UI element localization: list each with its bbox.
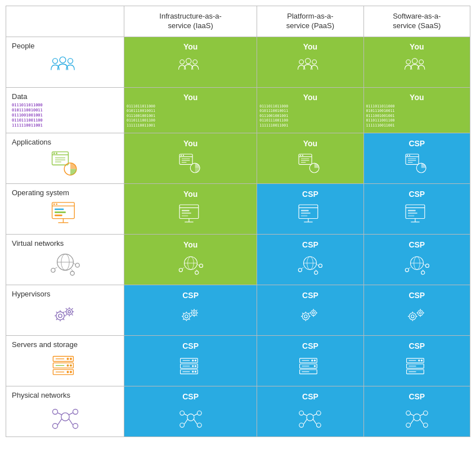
svg-point-238 — [299, 423, 304, 428]
svg-point-204 — [312, 359, 313, 361]
hypervisors-icon-paas — [297, 303, 323, 329]
svg-line-147 — [196, 315, 197, 316]
svg-point-184 — [67, 371, 69, 373]
svg-point-171 — [419, 312, 421, 314]
row-physical-net: Physical networks — [6, 386, 470, 437]
svg-point-23 — [182, 155, 183, 156]
servers-icon-label — [50, 351, 80, 381]
svg-point-182 — [67, 365, 69, 367]
svg-point-9 — [406, 60, 411, 64]
people-icon-saas — [404, 55, 430, 80]
svg-point-105 — [421, 271, 424, 274]
label-data: Data 01110110110000101110010011011100100… — [6, 87, 124, 133]
cell-hypervisors-saas: CSP — [363, 285, 470, 336]
svg-point-79 — [75, 263, 79, 267]
svg-line-241 — [313, 414, 317, 416]
svg-point-237 — [317, 411, 321, 415]
svg-line-223 — [69, 413, 73, 415]
cell-os-saas: CSP — [363, 184, 470, 235]
cell-servers-saas: CSP — [363, 336, 470, 386]
svg-line-233 — [184, 419, 187, 424]
svg-point-141 — [193, 312, 195, 314]
physical-net-icon-saas — [404, 404, 430, 430]
cell-data-iaas: You 011101101100001011100100110111001001… — [124, 87, 257, 133]
svg-rect-56 — [182, 213, 191, 214]
svg-point-217 — [61, 413, 69, 421]
cell-physical-net-saas: CSP — [363, 386, 470, 437]
svg-point-239 — [317, 423, 321, 428]
svg-point-120 — [66, 309, 72, 315]
svg-point-8 — [312, 60, 317, 64]
os-icon-saas — [404, 202, 430, 228]
svg-line-138 — [188, 313, 190, 314]
svg-line-231 — [184, 414, 187, 416]
row-vnet: Virtual networks — [6, 235, 470, 285]
svg-line-234 — [194, 419, 197, 424]
svg-point-221 — [73, 424, 78, 429]
physical-net-icon-paas — [297, 404, 323, 430]
svg-point-212 — [421, 359, 422, 361]
header-saas: Software-as-a-service (SaaS) — [363, 6, 470, 37]
svg-point-203 — [315, 359, 316, 361]
os-icon-label — [50, 199, 80, 230]
svg-rect-64 — [301, 215, 308, 216]
svg-point-0 — [52, 58, 57, 64]
svg-rect-44 — [52, 202, 74, 219]
svg-rect-69 — [408, 210, 416, 211]
svg-line-117 — [62, 319, 64, 320]
svg-point-236 — [299, 411, 304, 415]
label-applications: Applications — [6, 133, 124, 184]
svg-point-11 — [419, 60, 424, 64]
row-servers: Servers and storage — [6, 336, 470, 386]
svg-point-88 — [199, 264, 203, 267]
cell-vnet-paas: CSP — [257, 235, 363, 285]
svg-point-164 — [409, 313, 416, 320]
svg-point-248 — [423, 423, 428, 428]
svg-line-249 — [410, 414, 414, 416]
cell-data-paas: You 011101101100001011100100110111001001… — [257, 87, 363, 133]
people-icon-paas — [297, 55, 323, 80]
svg-line-118 — [62, 312, 64, 313]
svg-point-159 — [313, 312, 315, 314]
svg-rect-57 — [182, 215, 188, 216]
header-iaas: Infrastructure-as-a-service (IaaS) — [124, 6, 257, 37]
svg-point-77 — [51, 268, 55, 272]
cell-vnet-iaas: You — [124, 235, 257, 285]
svg-line-252 — [420, 419, 423, 424]
label-vnet: Virtual networks — [6, 235, 124, 285]
row-people: People — [6, 37, 470, 87]
svg-rect-50 — [55, 215, 62, 217]
svg-point-15 — [56, 152, 57, 154]
header-paas: Platform-as-a-service (PaaS) — [257, 6, 363, 37]
svg-point-165 — [411, 314, 414, 317]
hypervisors-icon-iaas — [178, 303, 204, 329]
svg-point-246 — [423, 411, 428, 415]
svg-line-232 — [194, 414, 197, 416]
cell-data-saas: You 011101101100001011100100110111001001… — [363, 87, 470, 133]
svg-point-2 — [68, 58, 73, 64]
svg-rect-60 — [299, 205, 318, 219]
svg-point-158 — [311, 310, 316, 315]
svg-line-89 — [182, 267, 184, 268]
svg-point-170 — [417, 310, 423, 315]
cell-physical-net-paas: CSP — [257, 386, 363, 437]
vnet-icon-iaas — [178, 253, 204, 278]
row-applications: Applications — [6, 133, 470, 184]
svg-line-224 — [57, 419, 61, 425]
cell-os-iaas: You — [124, 184, 257, 235]
svg-point-195 — [195, 371, 196, 372]
svg-point-4 — [186, 58, 191, 64]
physical-net-icon-iaas — [178, 404, 204, 430]
svg-line-119 — [56, 319, 57, 320]
svg-point-7 — [306, 58, 311, 64]
svg-rect-53 — [179, 205, 199, 219]
svg-line-128 — [71, 308, 73, 309]
svg-point-228 — [197, 411, 201, 415]
svg-line-251 — [410, 419, 414, 424]
svg-point-106 — [425, 264, 429, 267]
svg-rect-71 — [408, 215, 415, 216]
svg-rect-55 — [182, 210, 190, 211]
svg-point-96 — [315, 271, 318, 274]
svg-point-235 — [307, 414, 313, 421]
svg-rect-67 — [406, 205, 425, 219]
